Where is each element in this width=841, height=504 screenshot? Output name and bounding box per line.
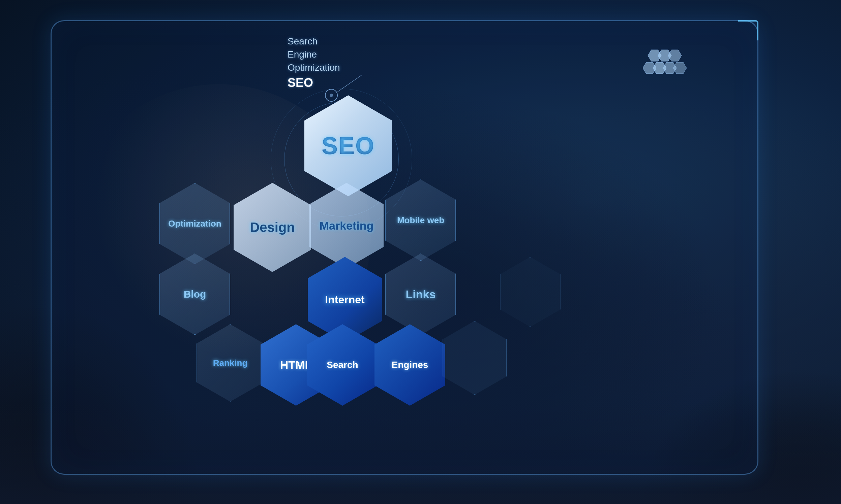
hex-mobile-wrapper[interactable]: Mobile web (385, 179, 456, 261)
annotation-line-3: Optimization (288, 61, 340, 74)
annotation-line-2: Engine (288, 48, 340, 61)
hex-marketing-label: Marketing (320, 219, 374, 232)
hex-design[interactable]: Design (234, 183, 311, 272)
hex-mobile-label: Mobile web (397, 215, 444, 226)
hex-ranking-label: Ranking (213, 358, 248, 368)
hex-ranking-wrapper[interactable]: Ranking (196, 324, 264, 402)
hex-design-wrapper[interactable]: Design (234, 183, 311, 272)
hex-optimization-wrapper[interactable]: Optimization (159, 183, 230, 264)
seo-annotation: Search Engine Optimization SEO (288, 35, 340, 91)
hex-optimization-label: Optimization (168, 218, 221, 229)
hex-links-label: Links (406, 288, 436, 301)
hex-ranking[interactable]: Ranking (196, 324, 264, 402)
hex-blog-label: Blog (184, 289, 206, 300)
annotation-line-1: Search (288, 35, 340, 48)
hex-seo-label: SEO (322, 132, 375, 160)
svg-marker-6 (673, 62, 687, 74)
annotation-text: Search Engine Optimization SEO (288, 35, 340, 91)
hex-small-outline (443, 321, 507, 395)
hex-blog[interactable]: Blog (159, 253, 230, 335)
svg-marker-2 (668, 50, 682, 61)
hex-optimization[interactable]: Optimization (159, 183, 230, 264)
hex-partial (500, 257, 561, 327)
hex-seo-wrapper[interactable]: SEO (304, 95, 392, 196)
hex-search-wrapper[interactable]: Search (307, 324, 378, 406)
hex-small-wrapper (443, 321, 507, 395)
hex-engines[interactable]: Engines (375, 324, 445, 406)
hex-mobile[interactable]: Mobile web (385, 179, 456, 261)
hexagon-grid: SEO Design Marketing Optimization (119, 89, 726, 459)
corner-accent (738, 20, 758, 40)
hex-internet-label: Internet (325, 293, 364, 306)
hex-engines-wrapper[interactable]: Engines (375, 324, 445, 406)
tablet-frame: Search Engine Optimization SEO (51, 20, 758, 475)
hex-seo[interactable]: SEO (304, 95, 392, 196)
hex-marketing-wrapper[interactable]: Marketing (309, 183, 383, 268)
hex-partial-wrapper (500, 257, 561, 327)
honeycomb-icon (643, 48, 690, 83)
hex-search-label: Search (327, 360, 358, 370)
hex-marketing[interactable]: Marketing (309, 183, 383, 268)
hex-engines-label: Engines (392, 360, 428, 370)
hex-blog-wrapper[interactable]: Blog (159, 253, 230, 335)
hex-design-label: Design (250, 220, 295, 235)
hex-search[interactable]: Search (307, 324, 378, 406)
main-scene: Search Engine Optimization SEO (0, 0, 841, 504)
